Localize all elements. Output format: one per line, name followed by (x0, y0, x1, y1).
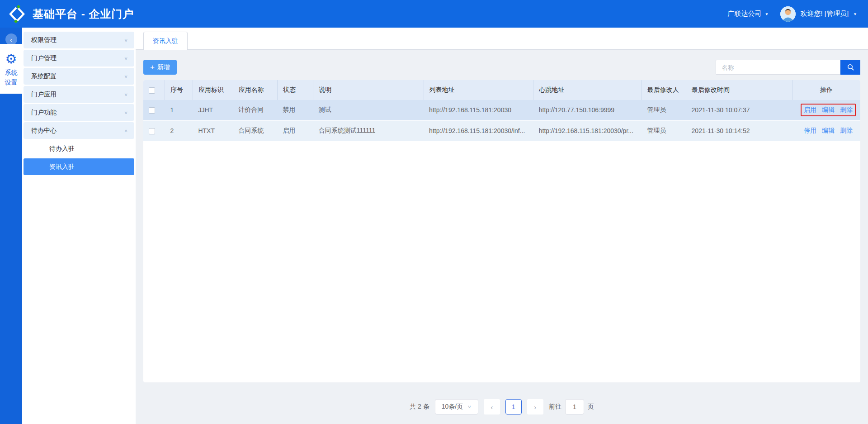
col-status: 状态 (278, 80, 313, 100)
col-heartbeat-url: 心跳地址 (533, 80, 642, 100)
module-item-system-settings[interactable]: ⚙ 系统设置 (0, 44, 22, 94)
chevron-down-icon: ∨ (124, 92, 128, 97)
cell-heartbeat-url: http://120.77.150.106:9999 (533, 100, 642, 120)
table-row[interactable]: 2 HTXT 合同系统 启用 合同系统测试111111 http://192.1… (143, 120, 860, 141)
add-button[interactable]: + 新增 (143, 60, 177, 75)
col-app-name: 应用名称 (233, 80, 277, 100)
sidebar-item-permission-mgmt[interactable]: 权限管理 ∨ (24, 32, 134, 48)
select-all-checkbox[interactable] (149, 87, 155, 94)
row-checkbox[interactable] (149, 107, 155, 114)
cell-list-url: http://192.168.115.181:20030 (424, 100, 533, 120)
col-seq: 序号 (165, 80, 193, 100)
tab-label: 资讯入驻 (153, 37, 178, 45)
chevron-down-icon: ∨ (124, 110, 128, 115)
cell-seq: 1 (165, 100, 193, 120)
sidebar-item-todo-onboarding[interactable]: 待办入驻 (24, 140, 134, 157)
edit-link[interactable]: 编辑 (822, 106, 835, 113)
search-button[interactable] (840, 60, 860, 75)
data-table-card: 序号 应用标识 应用名称 状态 说明 列表地址 心跳地址 最后修改人 最后修改时… (143, 80, 860, 382)
goto-suffix: 页 (588, 403, 594, 411)
add-button-label: 新增 (157, 63, 170, 71)
cell-heartbeat-url: http://192.168.115.181:20030/pr... (533, 120, 642, 141)
sidebar-item-news-onboarding[interactable]: 资讯入驻 (24, 158, 134, 175)
sidebar-item-portal-apps[interactable]: 门户应用 ∨ (24, 86, 134, 103)
col-app-id: 应用标识 (193, 80, 233, 100)
page-number-current[interactable]: 1 (505, 399, 522, 414)
menu-group-label: 门户管理 (31, 54, 57, 62)
collapse-icon: ‹ (10, 36, 12, 43)
menu-group-label: 门户应用 (31, 91, 57, 99)
table-row[interactable]: 1 JJHT 计价合同 禁用 测试 http://192.168.115.181… (143, 100, 860, 120)
avatar (780, 6, 796, 22)
welcome-text: 欢迎您! [管理员] (800, 10, 849, 18)
gear-icon: ⚙ (5, 52, 17, 66)
delete-link[interactable]: 删除 (840, 106, 853, 113)
app-logo-icon (8, 5, 26, 23)
logo-area: 基础平台 - 企业门户 (8, 5, 134, 23)
menu-group-label: 待办中心 (31, 127, 57, 135)
sidebar-item-portal-mgmt[interactable]: 门户管理 ∨ (24, 50, 134, 67)
sidebar-item-portal-functions[interactable]: 门户功能 ∨ (24, 104, 134, 121)
tab-news-onboarding[interactable]: 资讯入驻 (143, 32, 188, 50)
prev-page-button[interactable]: ‹ (484, 399, 500, 414)
menu-group-label: 权限管理 (31, 36, 57, 44)
menu-group-label: 系统配置 (31, 72, 57, 81)
col-list-url: 列表地址 (424, 80, 533, 100)
submenu-label: 待办入驻 (49, 145, 75, 153)
select-arrow-icon: ∨ (467, 405, 472, 410)
sidebar-item-todo-center[interactable]: 待办中心 ∧ (24, 122, 134, 139)
chevron-down-icon: ∨ (124, 56, 128, 61)
annotation-box: 启用 编辑 删除 (801, 104, 856, 116)
edit-link[interactable]: 编辑 (822, 127, 835, 134)
plus-icon: + (150, 63, 155, 71)
next-page-button[interactable]: › (527, 399, 543, 414)
search-icon (847, 63, 854, 71)
company-dropdown[interactable]: 广联达公司 ▼ (727, 10, 769, 18)
cell-modified-time: 2021-11-30 10:07:37 (686, 100, 793, 120)
chevron-right-icon: › (534, 403, 536, 411)
company-name: 广联达公司 (727, 10, 761, 18)
page-size-select[interactable]: 10条/页 ∨ (435, 399, 478, 414)
total-count: 共 2 条 (410, 403, 429, 411)
cell-app-id: HTXT (193, 120, 233, 141)
cell-status: 启用 (278, 120, 313, 141)
col-actions: 操作 (792, 80, 860, 100)
cell-app-name: 合同系统 (233, 120, 277, 141)
cell-modified-time: 2021-11-30 10:14:52 (686, 120, 793, 141)
chevron-up-icon: ∧ (124, 128, 128, 133)
submenu-label: 资讯入驻 (49, 163, 75, 171)
sidebar-menu: 权限管理 ∨ 门户管理 ∨ 系统配置 ∨ 门户应用 ∨ 门户功能 ∨ 待办中心 … (22, 28, 136, 424)
cell-list-url: http://192.168.115.181:20030/inf... (424, 120, 533, 141)
cell-app-name: 计价合同 (233, 100, 277, 120)
page-number-label: 1 (512, 403, 515, 410)
goto-label: 前往 (549, 403, 561, 411)
goto-page-input[interactable] (565, 399, 584, 414)
cell-status: 禁用 (278, 100, 313, 120)
user-menu[interactable]: 欢迎您! [管理员] ▼ (780, 6, 857, 22)
chevron-down-icon: ∨ (124, 74, 128, 79)
page-size-value: 10条/页 (442, 403, 463, 411)
delete-link[interactable]: 删除 (840, 127, 853, 134)
cell-desc: 合同系统测试111111 (313, 120, 424, 141)
module-label: 系统设置 (5, 67, 18, 87)
cell-app-id: JJHT (193, 100, 233, 120)
caret-down-icon: ▼ (853, 12, 857, 16)
col-modified-time: 最后修改时间 (686, 80, 793, 100)
chevron-left-icon: ‹ (491, 403, 493, 411)
menu-group-label: 门户功能 (31, 109, 57, 117)
chevron-down-icon: ∨ (124, 38, 128, 43)
app-header: 基础平台 - 企业门户 广联达公司 ▼ 欢迎您! [管理员] ▼ (0, 0, 868, 28)
cell-desc: 测试 (313, 100, 424, 120)
tab-bar: 资讯入驻 (136, 28, 868, 50)
row-checkbox[interactable] (149, 128, 155, 134)
table-header-row: 序号 应用标识 应用名称 状态 说明 列表地址 心跳地址 最后修改人 最后修改时… (143, 80, 860, 100)
data-table: 序号 应用标识 应用名称 状态 说明 列表地址 心跳地址 最后修改人 最后修改时… (143, 80, 860, 141)
search-input[interactable] (716, 60, 840, 75)
enable-link[interactable]: 启用 (804, 106, 816, 113)
col-desc: 说明 (313, 80, 424, 100)
cell-seq: 2 (165, 120, 193, 141)
sidebar-item-system-config[interactable]: 系统配置 ∨ (24, 68, 134, 85)
disable-link[interactable]: 停用 (804, 127, 816, 134)
pagination: 共 2 条 10条/页 ∨ ‹ 1 › 前往 页 (143, 399, 860, 414)
col-modifier: 最后修改人 (642, 80, 686, 100)
